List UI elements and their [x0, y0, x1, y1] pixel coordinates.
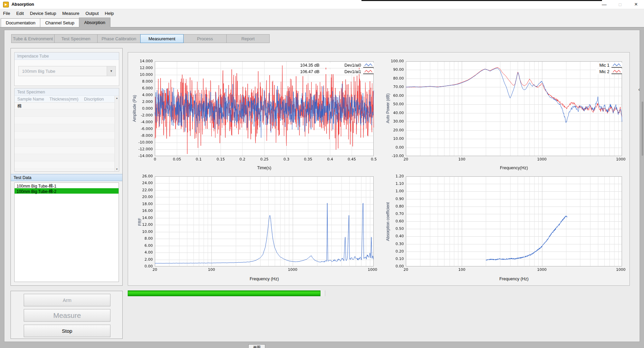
- menu-device-setup[interactable]: Device Setup: [27, 9, 59, 18]
- legend-label-ai1[interactable]: Dev1/ai1: [344, 69, 363, 74]
- content-panel: Tube & Environment Test Specimen Phase C…: [4, 30, 640, 342]
- cell-discription: [81, 103, 119, 109]
- y-axis-title-auto-power: Auto Power (dB): [386, 80, 390, 137]
- test-specimen-group: Test Specimen Sample Name Thickness(mm) …: [14, 88, 119, 172]
- scroll-up-icon[interactable]: ▲: [116, 97, 118, 99]
- charts-panel: Amplitude (Pa) Auto Power (dB) FRF Absor…: [128, 52, 630, 286]
- legend-label-mic1[interactable]: Mic 1: [596, 63, 611, 68]
- col-discription: Discription: [81, 96, 119, 102]
- title-bar: ▶ Absorption — □ ×: [0, 0, 644, 9]
- legend-line-icon: [611, 69, 622, 74]
- table-row[interactable]: 棉: [15, 103, 119, 109]
- auto-power-legend: Mic 1 Mic 2: [588, 62, 622, 75]
- table-header: Sample Name Thickness(mm) Discription: [15, 96, 119, 103]
- y-axis-title-frf: FRF: [138, 208, 142, 236]
- maximize-button[interactable]: □: [612, 0, 628, 9]
- menu-bar: File Edit Device Setup Measure Output He…: [0, 9, 644, 18]
- legend-row: Mic 2: [588, 68, 622, 75]
- cell-thickness: [47, 103, 81, 109]
- subtab-report[interactable]: Report: [226, 34, 270, 43]
- scroll-down-icon[interactable]: ▼: [116, 168, 118, 170]
- level-readout-ai1: 106.47 dB: [299, 69, 337, 74]
- measure-button[interactable]: Measure: [24, 309, 110, 322]
- frf-plot: [128, 168, 377, 276]
- collapse-chevron-icon[interactable]: ‹: [638, 86, 640, 92]
- level-readout-ai0: 104.35 dB: [299, 63, 337, 68]
- subtab-process[interactable]: Process: [183, 34, 227, 43]
- arm-button[interactable]: Arm: [24, 294, 110, 306]
- window-controls: — □ ×: [596, 0, 644, 9]
- subtab-test-specimen[interactable]: Test Specimen: [54, 34, 98, 43]
- chevron-down-icon[interactable]: ▼: [107, 66, 116, 76]
- table-scrollbar[interactable]: ▲ ▼: [115, 96, 119, 171]
- tab-documentation[interactable]: Documentation: [1, 18, 40, 27]
- test-specimen-label: Test Specimen: [15, 88, 119, 96]
- table-row[interactable]: [15, 161, 119, 169]
- absorption-page: Tube & Environment Test Specimen Phase C…: [0, 27, 644, 348]
- background-window-sliver: [361, 0, 602, 1]
- play-icon: ▶: [5, 3, 7, 6]
- menu-output[interactable]: Output: [82, 9, 102, 18]
- tab-absorption[interactable]: Absorption: [79, 18, 110, 27]
- table-row[interactable]: [15, 132, 119, 139]
- table-row[interactable]: [15, 154, 119, 161]
- progress-bar: [128, 290, 325, 296]
- test-data-list: 100mm Big Tube-棉-1 100mm Big Tube-棉-2: [14, 182, 119, 282]
- application-window: ▶ Absorption — □ × File Edit Device Setu…: [0, 0, 644, 348]
- menu-edit[interactable]: Edit: [13, 9, 27, 18]
- x-axis-title-frequency-abs: Frequency (Hz): [480, 277, 548, 281]
- table-row[interactable]: [15, 117, 119, 124]
- subtab-tube-environment[interactable]: Tube & Environment: [11, 34, 55, 43]
- minimize-button[interactable]: —: [596, 0, 612, 9]
- legend-label-ai0[interactable]: Dev1/ai0: [344, 63, 363, 68]
- window-title: Absorption: [12, 2, 34, 7]
- main-tab-strip: Documentation Channel Setup Absorption: [0, 18, 644, 27]
- table-row[interactable]: [15, 147, 119, 154]
- table-row[interactable]: [15, 139, 119, 147]
- stop-button[interactable]: Stop: [24, 325, 110, 337]
- progress-fill: [128, 290, 320, 296]
- list-item[interactable]: 100mm Big Tube-棉-1: [15, 183, 119, 188]
- cell-sample-name: 棉: [15, 103, 47, 109]
- y-axis-title-amplitude: Amplitude (Pa): [132, 80, 137, 137]
- legend-line-icon: [611, 63, 622, 68]
- test-data-label: Test Data: [11, 174, 122, 181]
- vertical-scrollbar-thumb[interactable]: [642, 102, 643, 156]
- legend-line-icon: [363, 69, 374, 74]
- waveform-legend: 104.35 dB Dev1/ai0 106.47 dB Dev1/ai1: [291, 62, 374, 75]
- subtab-phase-calibration[interactable]: Phase Calibration: [97, 34, 141, 43]
- col-thickness: Thickness(mm): [47, 96, 81, 102]
- test-specimen-table: Sample Name Thickness(mm) Discription 棉: [15, 96, 119, 171]
- table-row[interactable]: [15, 124, 119, 132]
- x-axis-title-frequency-top: Frequency(Hz): [480, 166, 548, 170]
- tube-select[interactable]: 100mm Big Tube ▼: [18, 66, 116, 76]
- table-row[interactable]: [15, 109, 119, 117]
- list-item[interactable]: 100mm Big Tube-棉-2: [15, 188, 119, 194]
- menu-measure[interactable]: Measure: [59, 9, 83, 18]
- legend-label-mic2[interactable]: Mic 2: [596, 69, 611, 74]
- tube-select-value: 100mm Big Tube: [19, 69, 107, 74]
- sidebar: Impendace Tube 100mm Big Tube ▼ Test Spe…: [11, 48, 123, 286]
- menu-help[interactable]: Help: [102, 9, 117, 18]
- legend-line-icon: [363, 63, 374, 68]
- y-axis-title-absorption: Absorption coefficient: [386, 194, 390, 249]
- impedance-tube-group: Impendace Tube 100mm Big Tube ▼: [14, 52, 119, 86]
- app-icon: ▶: [3, 2, 9, 7]
- x-axis-title-frequency-frf: Frequency (Hz): [230, 277, 298, 281]
- close-button[interactable]: ×: [628, 0, 644, 9]
- legend-row: 106.47 dB Dev1/ai1: [291, 68, 374, 75]
- bottom-tab-draw[interactable]: 画图: [248, 344, 265, 348]
- x-axis-title-time: Time(s): [230, 166, 298, 170]
- col-sample-name: Sample Name: [15, 96, 47, 102]
- action-panel: Arm Measure Stop: [11, 291, 123, 339]
- menu-file[interactable]: File: [0, 9, 13, 18]
- subtab-measurement[interactable]: Measurement: [140, 34, 184, 43]
- legend-row: 104.35 dB Dev1/ai0: [291, 62, 374, 68]
- impedance-tube-label: Impendace Tube: [15, 52, 119, 60]
- absorption-plot: [379, 168, 626, 276]
- legend-row: Mic 1: [588, 62, 622, 68]
- sub-tab-strip: Tube & Environment Test Specimen Phase C…: [12, 34, 270, 43]
- tab-channel-setup[interactable]: Channel Setup: [40, 18, 79, 27]
